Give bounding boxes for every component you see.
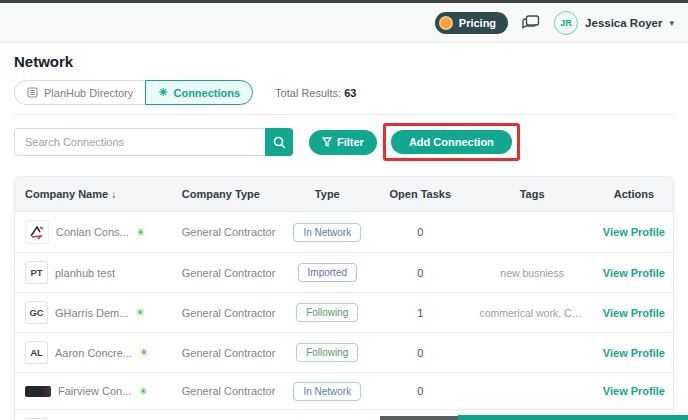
total-results-value: 63 [344,87,356,99]
status-badge: In Network [293,223,361,242]
search-input[interactable] [14,128,293,156]
company-type-cell: General Contractor [172,252,284,292]
table-row: AL Aaron Concre... ✳ General Contractor … [15,332,673,372]
company-initials-avatar: AL [25,341,48,364]
company-logo [25,386,51,397]
connections-icon: ✳ [158,87,167,98]
status-badge: Following [296,343,358,362]
column-company-type[interactable]: Company Type [172,177,284,211]
company-name[interactable]: planhub test [55,267,115,279]
company-name[interactable]: Aaron Concre... [55,347,132,359]
search-box [14,128,293,156]
open-tasks-cell: 0 [369,332,469,372]
status-badge: Imported [298,263,357,282]
annotation-highlight: Add Connection [383,123,520,161]
column-open-tasks[interactable]: Open Tasks [369,177,469,211]
filter-button[interactable]: Filter [309,130,377,155]
company-name[interactable]: GHarris Dem... [55,307,128,319]
view-profile-link[interactable]: View Profile [603,226,665,238]
pricing-coin-icon [439,16,453,30]
table-body: Conlan Cons... ✳ General Contractor In N… [15,211,673,420]
view-profile-link[interactable]: View Profile [603,307,665,319]
table-header-row: Company Name↓ Company Type Type Open Tas… [15,177,673,211]
status-badge: Following [296,303,358,322]
company-name[interactable]: Fairview Con... [58,385,131,397]
company-type-cell: General Contractor [172,409,284,420]
open-tasks-cell: 1 [369,292,469,332]
table-row: PT planhub test General Contractor Impor… [15,252,673,292]
connected-icon: ✳ [138,386,147,397]
user-menu[interactable]: JR Jessica Royer ▾ [554,11,674,35]
column-company-name[interactable]: Company Name↓ [15,177,172,211]
view-toggle: PlanHub Directory ✳ Connections [14,80,253,105]
pricing-button[interactable]: Pricing [435,12,508,34]
main-content: Network PlanHub Directory ✳ Connections [0,53,688,420]
company-type-cell: General Contractor [172,211,284,252]
tags-cell: commerical work, CVS, ... [469,292,592,332]
connected-icon: ✳ [136,227,145,238]
top-bar: Pricing JR Jessica Royer ▾ [0,3,688,43]
cutoff-element-dark [380,416,458,420]
connections-table: Company Name↓ Company Type Type Open Tas… [14,176,674,420]
table-row: Conlan Cons... ✳ General Contractor In N… [15,211,673,252]
total-results: Total Results:63 [275,87,356,99]
tab-planhub-directory[interactable]: PlanHub Directory [14,80,145,105]
company-type-cell: General Contractor [172,332,284,372]
directory-icon [27,87,38,98]
company-logo [25,220,49,244]
tab-label: PlanHub Directory [44,87,133,99]
total-results-label: Total Results: [275,87,341,99]
open-tasks-cell: 0 [369,252,469,292]
page-title: Network [14,53,674,70]
user-name: Jessica Royer [585,17,662,29]
column-actions: Actions [593,177,673,211]
content-divider [14,114,674,115]
company-initials-avatar: GC [25,301,48,324]
tab-connections[interactable]: ✳ Connections [145,80,253,105]
company-type-cell: General Contractor [172,372,284,409]
table-row: GC GHarris Dem... ✳ General Contractor F… [15,292,673,332]
pricing-label: Pricing [459,17,496,29]
open-tasks-cell: 0 [369,372,469,409]
avatar: JR [554,11,578,35]
tags-cell: new busniess [469,252,592,292]
company-name[interactable]: Conlan Cons... [56,226,129,238]
connected-icon: ✳ [135,307,144,318]
sort-desc-icon: ↓ [111,189,116,200]
tags-cell [469,211,592,252]
view-profile-link[interactable]: View Profile [603,385,665,397]
toolbar: Filter Add Connection [14,123,674,161]
tab-label: Connections [173,87,240,99]
chevron-down-icon: ▾ [669,18,674,28]
chat-icon[interactable] [522,15,540,31]
open-tasks-cell: 0 [369,211,469,252]
connected-icon: ✳ [139,347,148,358]
column-type[interactable]: Type [283,177,369,211]
funnel-icon [322,137,332,147]
filter-label: Filter [337,136,364,148]
view-profile-link[interactable]: View Profile [603,347,665,359]
company-initials-avatar: PT [25,261,48,284]
cutoff-element-teal [458,415,688,420]
tabs-row: PlanHub Directory ✳ Connections Total Re… [14,80,674,105]
search-button[interactable] [265,128,293,156]
company-type-cell: General Contractor [172,292,284,332]
tags-cell [469,372,592,409]
column-tags[interactable]: Tags [469,177,592,211]
table-row: Fairview Con... ✳ General Contractor In … [15,372,673,409]
view-profile-link[interactable]: View Profile [603,267,665,279]
tags-cell [469,332,592,372]
add-connection-button[interactable]: Add Connection [391,130,512,154]
status-badge: In Network [293,382,361,401]
